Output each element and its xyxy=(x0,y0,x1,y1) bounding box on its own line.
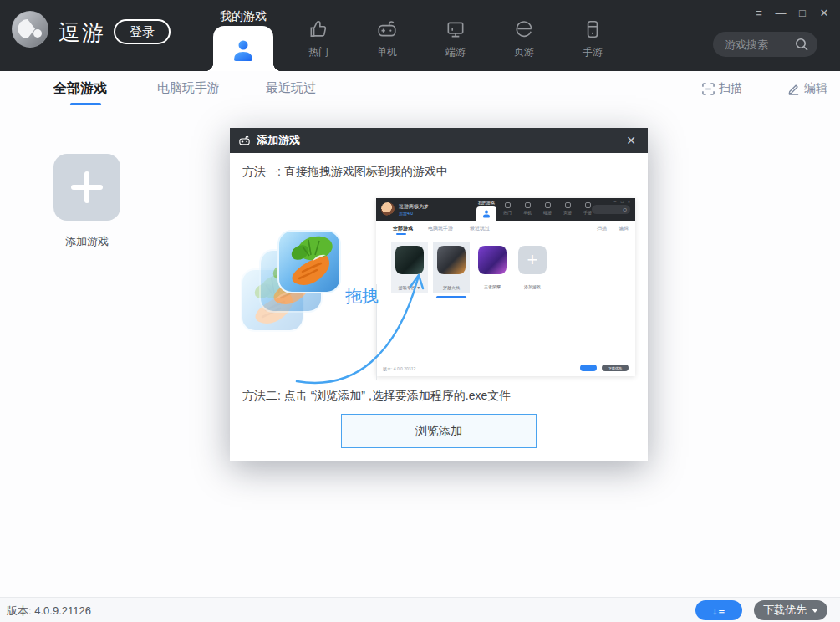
login-button[interactable]: 登录 xyxy=(114,19,171,44)
phone-icon xyxy=(582,18,603,40)
download-priority-dropdown[interactable]: 下载优先 xyxy=(754,600,827,620)
my-games-label: 我的游戏 xyxy=(213,9,273,24)
method-two-text: 方法二: 点击 “浏览添加” ,选择要添加程序的.exe文件 xyxy=(242,389,511,404)
dialog-title: 添加游戏 xyxy=(257,133,300,148)
mini-download-pill xyxy=(580,365,597,371)
nav-label: 热门 xyxy=(308,45,328,59)
person-icon xyxy=(231,38,256,63)
window-maximize-button[interactable]: □ xyxy=(795,5,810,20)
gamepad-icon xyxy=(376,18,398,40)
plus-icon xyxy=(71,171,103,203)
mini-nav: 热门 单机 端游 页游 手游 xyxy=(503,202,592,215)
mini-edit: 编辑 xyxy=(619,225,629,232)
nav-item-mobile-games[interactable]: 手游 xyxy=(558,0,627,71)
mini-my-games-label: 我的游戏 xyxy=(475,200,498,205)
mini-nav-label: 端游 xyxy=(543,210,552,215)
nav-label: 页游 xyxy=(514,45,534,59)
topbar: 逗游 登录 我的游戏 热门 xyxy=(0,0,840,71)
scan-button[interactable]: 扫描 xyxy=(702,81,742,96)
mini-add-tile xyxy=(518,246,547,274)
mini-tab-recent: 最近玩过 xyxy=(470,225,490,232)
edit-pencil-icon xyxy=(787,83,800,95)
mini-tab-underline xyxy=(396,233,406,235)
tab-pc-play-mobile[interactable]: 电脑玩手游 xyxy=(157,80,220,96)
thumbs-up-icon xyxy=(308,18,329,40)
mini-active-tab xyxy=(476,206,496,221)
mini-nav-label: 手游 xyxy=(583,210,592,215)
search-input[interactable] xyxy=(725,38,794,51)
nav-item-my-games[interactable] xyxy=(213,26,273,71)
nav-label: 手游 xyxy=(583,45,603,59)
active-tab-underline xyxy=(70,103,101,105)
mini-avatar xyxy=(381,202,395,216)
mini-nav-item: 热门 xyxy=(503,202,512,215)
mini-search-pill: Q xyxy=(592,205,630,214)
app-version: 版本: 4.0.9.21126 xyxy=(7,604,91,619)
browse-add-button[interactable]: 浏览添加 xyxy=(341,414,537,448)
window-menu-button[interactable]: ≡ xyxy=(751,5,766,20)
nav-item-web-games[interactable]: 页游 xyxy=(490,0,558,71)
nav-item-pc-games[interactable]: 端游 xyxy=(421,0,490,71)
mini-tile-label: 添加游戏 xyxy=(518,284,547,289)
mini-window-controls: – □ × xyxy=(614,199,633,204)
game-search-box[interactable] xyxy=(713,32,817,57)
drag-arrow-icon xyxy=(293,260,435,385)
add-game-tile-label: 添加游戏 xyxy=(53,234,120,249)
mini-tab-all: 全部游戏 xyxy=(393,225,413,232)
main-nav: 热门 单机 端游 xyxy=(284,0,627,71)
content-tabbar: 全部游戏 电脑玩手游 最近玩过 扫描 编辑 xyxy=(0,71,840,117)
mini-tab-pc-mobile: 电脑玩手游 xyxy=(428,225,453,232)
mini-selected-underline xyxy=(436,296,466,298)
tab-all-games[interactable]: 全部游戏 xyxy=(53,80,107,98)
edit-button[interactable]: 编辑 xyxy=(787,81,827,96)
mini-person-icon xyxy=(483,211,490,218)
nav-item-singleplayer[interactable]: 单机 xyxy=(353,0,421,71)
mini-game-card-selected: 穿越火线 xyxy=(433,242,470,293)
mini-nav-label: 热门 xyxy=(503,210,512,215)
nav-label: 端游 xyxy=(445,45,466,59)
browser-e-icon xyxy=(513,18,535,40)
mini-username: 逗游两极为梦 xyxy=(399,203,429,211)
dialog-header: 添加游戏 ✕ xyxy=(230,128,648,153)
mini-nav-label: 单机 xyxy=(523,210,532,215)
mini-tile-label: 王者荣耀 xyxy=(478,284,507,289)
douyu-logo xyxy=(12,11,48,48)
mini-scan: 扫描 xyxy=(597,225,607,232)
download-manager-button[interactable]: ↓≡ xyxy=(695,600,742,620)
add-game-dialog: 添加游戏 ✕ 方法一: 直接拖拽游戏图标到我的游戏中 逗游两极为梦 运营4.0 … xyxy=(230,128,648,461)
monitor-icon xyxy=(445,18,466,40)
window-controls: ≡ — □ ✕ xyxy=(751,5,832,20)
mini-game-icon xyxy=(478,246,507,274)
mini-nav-label: 页游 xyxy=(563,210,572,215)
mini-tile-label: 穿越火线 xyxy=(433,285,470,290)
status-bar: 版本: 4.0.9.21126 ↓≡ 下载优先 xyxy=(0,597,840,622)
scan-label: 扫描 xyxy=(719,81,742,96)
add-game-tile[interactable] xyxy=(53,154,120,221)
nav-label: 单机 xyxy=(377,45,397,59)
window-minimize-button[interactable]: — xyxy=(773,5,788,20)
dialog-close-icon[interactable]: ✕ xyxy=(623,134,639,147)
gamepad-icon xyxy=(238,135,251,147)
method-one-text: 方法一: 直接拖拽游戏图标到我的游戏中 xyxy=(242,165,448,180)
app-title: 逗游 xyxy=(59,18,105,48)
mini-game-icon xyxy=(437,246,466,274)
download-priority-label: 下载优先 xyxy=(763,603,807,618)
mini-nav-item: 页游 xyxy=(563,202,572,215)
tab-recently-played[interactable]: 最近玩过 xyxy=(266,80,316,96)
mini-nav-item: 手游 xyxy=(583,202,592,215)
mini-nav-item: 端游 xyxy=(543,202,552,215)
window-close-button[interactable]: ✕ xyxy=(817,5,832,20)
edit-label: 编辑 xyxy=(804,81,827,96)
download-list-icon: ↓≡ xyxy=(712,604,725,617)
app-window: 逗游 登录 我的游戏 热门 xyxy=(0,0,840,622)
pacman-logo-icon xyxy=(12,11,48,48)
nav-item-hot[interactable]: 热门 xyxy=(284,0,353,71)
chevron-down-icon xyxy=(812,609,818,613)
mini-priority-pill: 下载优先 xyxy=(602,365,629,371)
mini-user-level: 运营4.0 xyxy=(399,211,413,216)
mini-nav-item: 单机 xyxy=(523,202,532,215)
search-icon[interactable] xyxy=(794,37,809,52)
mini-topbar: 逗游两极为梦 运营4.0 我的游戏 热门 单机 端游 页游 手游 Q – □ × xyxy=(376,198,635,221)
scan-icon xyxy=(702,83,715,95)
mini-tabbar: 全部游戏 电脑玩手游 最近玩过 扫描 编辑 xyxy=(376,221,635,237)
